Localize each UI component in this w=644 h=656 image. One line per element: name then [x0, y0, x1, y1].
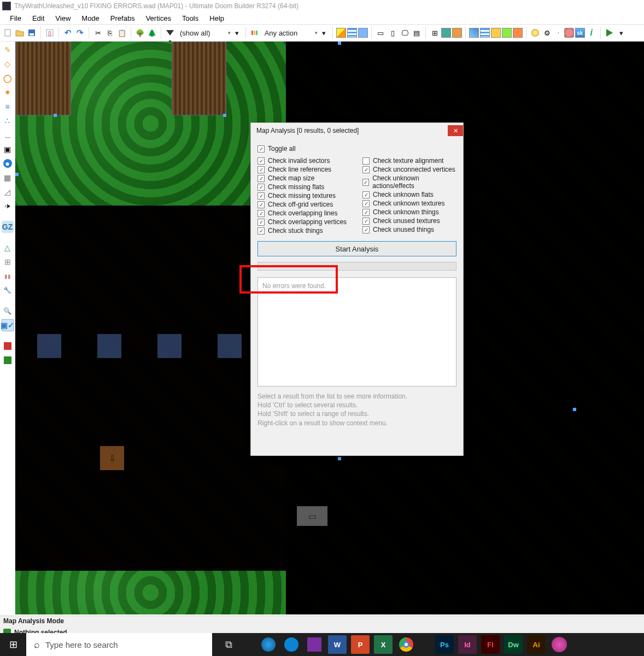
checkbox[interactable]: [362, 226, 370, 233]
menu-help[interactable]: Help: [204, 13, 230, 24]
checkbox[interactable]: [362, 191, 370, 198]
checkbox[interactable]: [362, 166, 370, 173]
checkbox-row[interactable]: Check off-grid vertices: [257, 201, 352, 208]
checkbox[interactable]: [257, 210, 265, 217]
action-select[interactable]: Any action: [261, 29, 301, 37]
cut-icon[interactable]: ✂: [92, 27, 103, 38]
checkbox-row[interactable]: Check missing flats: [257, 183, 352, 191]
star-icon[interactable]: [2, 86, 14, 98]
thing-marker[interactable]: ▭: [297, 506, 327, 526]
checkbox[interactable]: [257, 175, 265, 182]
checkbox-row[interactable]: Check invalid sectors: [257, 157, 352, 165]
checkbox[interactable]: [362, 200, 370, 207]
window2-icon[interactable]: ▯: [387, 27, 398, 38]
info-icon[interactable]: i: [586, 27, 597, 38]
extra-icon[interactable]: [550, 635, 569, 654]
checkbox[interactable]: [257, 201, 265, 208]
chevron-down-icon[interactable]: ▾: [315, 30, 318, 36]
checkbox[interactable]: [257, 157, 265, 165]
menu-prefabs[interactable]: Prefabs: [105, 13, 140, 24]
checkbox[interactable]: [362, 209, 370, 216]
taskview-icon[interactable]: ⧉: [218, 639, 239, 651]
checkbox-row[interactable]: Check unknown actions/effects: [362, 174, 456, 190]
gear2-icon[interactable]: [564, 28, 574, 38]
grid2-icon[interactable]: [358, 28, 368, 38]
thing-marker[interactable]: [218, 334, 242, 358]
menu-view[interactable]: View: [50, 13, 76, 24]
checkbox-row[interactable]: Check overlapping vertices: [257, 218, 352, 226]
thing2-icon[interactable]: 🌲: [147, 27, 157, 38]
skype-icon[interactable]: [282, 635, 301, 654]
checkbox[interactable]: [362, 179, 369, 186]
checkbox[interactable]: [362, 218, 370, 225]
red-icon[interactable]: [2, 340, 14, 352]
search-box[interactable]: ⌕ Type here to search: [26, 633, 212, 656]
mode4-icon[interactable]: [502, 28, 512, 38]
checkbox-toggleall[interactable]: [257, 145, 265, 153]
action-menu[interactable]: ▾: [319, 29, 329, 37]
dreamweaver-icon[interactable]: Dw: [504, 635, 523, 654]
menu-tools[interactable]: Tools: [177, 13, 204, 24]
mode3-icon[interactable]: [491, 28, 501, 38]
mode5-icon[interactable]: [513, 28, 523, 38]
powerpoint-icon[interactable]: P: [351, 635, 370, 654]
thing-marker[interactable]: ⇩: [100, 446, 124, 470]
new-icon[interactable]: [2, 27, 13, 38]
grid-icon[interactable]: [347, 28, 357, 38]
edge-icon[interactable]: [259, 635, 278, 654]
fullbright-icon[interactable]: [336, 28, 346, 38]
mode2-icon[interactable]: [480, 28, 490, 38]
checkbox[interactable]: [257, 192, 265, 200]
save-icon[interactable]: [26, 27, 37, 38]
monitor-icon[interactable]: 🖵: [399, 27, 410, 38]
undo-icon[interactable]: ↶: [62, 27, 73, 38]
green-icon[interactable]: [2, 354, 14, 366]
curve-icon[interactable]: [2, 129, 14, 141]
check-mode-icon[interactable]: ✓: [2, 319, 14, 331]
sector-icon[interactable]: [2, 242, 14, 254]
thing-marker[interactable]: [37, 334, 61, 358]
poly-icon[interactable]: [2, 58, 14, 70]
menu-file[interactable]: File: [4, 13, 27, 24]
checkbox-row[interactable]: Check line references: [257, 166, 352, 173]
redo-icon[interactable]: ↷: [74, 27, 85, 38]
word-icon[interactable]: W: [328, 635, 347, 654]
cols-icon[interactable]: [2, 270, 14, 282]
thing-icon[interactable]: 🌳: [134, 27, 145, 38]
menu-vertices[interactable]: Vertices: [140, 13, 177, 24]
thing-marker[interactable]: [97, 334, 121, 358]
checkbox-row[interactable]: Check unknown things: [362, 208, 456, 216]
photoshop-icon[interactable]: Ps: [435, 635, 454, 654]
view1-icon[interactable]: ⊞: [429, 27, 440, 38]
start-analysis-button[interactable]: Start Analysis: [257, 241, 456, 256]
gear-icon[interactable]: ⚙: [542, 27, 553, 38]
script-icon[interactable]: {}: [44, 27, 55, 38]
filter-icon[interactable]: [165, 27, 175, 38]
checkbox-row[interactable]: Check missing textures: [257, 192, 352, 200]
sky-icon[interactable]: sk: [575, 28, 585, 38]
open-icon[interactable]: [14, 27, 25, 38]
play-menu[interactable]: ▾: [616, 29, 627, 37]
block-icon[interactable]: [2, 172, 14, 184]
illustrator-icon[interactable]: Ai: [527, 635, 546, 654]
indesign-icon[interactable]: Id: [458, 635, 477, 654]
checkbox-row[interactable]: Check unused things: [362, 226, 456, 233]
gz-icon[interactable]: GZ: [2, 221, 14, 233]
lines-icon[interactable]: [2, 101, 14, 113]
bulb-icon[interactable]: [530, 27, 541, 38]
checkbox[interactable]: [257, 166, 265, 173]
flash-icon[interactable]: Fl: [481, 635, 500, 654]
sound-icon[interactable]: [2, 200, 14, 212]
filter-select[interactable]: (show all): [177, 29, 214, 37]
view3-icon[interactable]: [452, 28, 462, 38]
checkbox[interactable]: [362, 157, 370, 165]
circle-icon[interactable]: [2, 72, 14, 84]
search-icon[interactable]: [2, 305, 14, 317]
checkbox-row[interactable]: Check texture alignment: [362, 157, 456, 165]
chrome-icon[interactable]: [397, 635, 415, 654]
select-icon[interactable]: ▣: [2, 143, 14, 155]
wrench-icon[interactable]: [2, 284, 14, 296]
draw-icon[interactable]: [2, 44, 14, 56]
start-button[interactable]: ⊞: [0, 633, 26, 656]
paste-icon[interactable]: 📋: [116, 27, 127, 38]
